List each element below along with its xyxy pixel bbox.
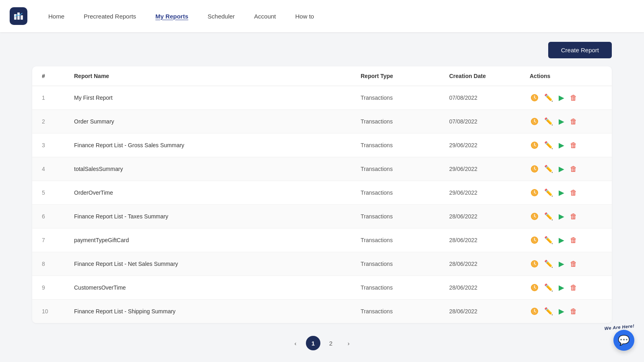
run-button[interactable]: ▶ (558, 282, 565, 293)
edit-icon: ✏️ (544, 141, 553, 150)
table-row: 9 CustomersOverTime Transactions 28/06/2… (32, 276, 612, 300)
schedule-button[interactable] (530, 259, 539, 269)
main-content: Create Report # Report Name Report Type … (0, 32, 644, 360)
nav-item-scheduler[interactable]: Scheduler (200, 9, 243, 24)
cell-type: Transactions (361, 142, 449, 148)
clock-icon (530, 165, 539, 173)
delete-button[interactable]: 🗑 (569, 93, 578, 103)
edit-button[interactable]: ✏️ (543, 140, 554, 150)
cell-actions: ✏️ ▶ 🗑 (530, 259, 602, 269)
schedule-button[interactable] (530, 140, 539, 150)
edit-icon: ✏️ (544, 236, 553, 245)
cell-actions: ✏️ ▶ 🗑 (530, 235, 602, 245)
play-icon: ▶ (559, 259, 564, 268)
cell-date: 07/08/2022 (449, 95, 530, 101)
trash-icon: 🗑 (570, 284, 577, 292)
delete-button[interactable]: 🗑 (569, 212, 578, 222)
trash-icon: 🗑 (570, 236, 577, 245)
table-row: 6 Finance Report List - Taxes Summary Tr… (32, 205, 612, 228)
trash-icon: 🗑 (570, 212, 577, 221)
schedule-button[interactable] (530, 188, 539, 197)
delete-button[interactable]: 🗑 (569, 259, 578, 269)
run-button[interactable]: ▶ (558, 164, 565, 174)
chat-label: We Are Here! (604, 323, 634, 331)
cell-date: 29/06/2022 (449, 142, 530, 148)
cell-num: 5 (42, 189, 74, 196)
edit-button[interactable]: ✏️ (543, 235, 554, 245)
nav-item-howto[interactable]: How to (287, 9, 322, 24)
schedule-button[interactable] (530, 93, 539, 103)
edit-button[interactable]: ✏️ (543, 306, 554, 317)
pagination-prev[interactable]: ‹ (288, 336, 303, 350)
run-button[interactable]: ▶ (558, 116, 565, 127)
edit-icon: ✏️ (544, 307, 553, 316)
pagination-page-2[interactable]: 2 (324, 336, 338, 350)
schedule-button[interactable] (530, 306, 539, 316)
delete-button[interactable]: 🗑 (569, 188, 578, 198)
trash-icon: 🗑 (570, 260, 577, 268)
delete-button[interactable]: 🗑 (569, 117, 578, 127)
trash-icon: 🗑 (570, 141, 577, 150)
schedule-button[interactable] (530, 212, 539, 221)
run-button[interactable]: ▶ (558, 211, 565, 222)
cell-actions: ✏️ ▶ 🗑 (530, 211, 602, 222)
table-body: 1 My First Report Transactions 07/08/202… (32, 86, 612, 323)
play-icon: ▶ (559, 165, 564, 173)
delete-button[interactable]: 🗑 (569, 140, 578, 150)
nav-item-precreated[interactable]: Precreated Reports (76, 9, 144, 24)
cell-actions: ✏️ ▶ 🗑 (530, 93, 602, 103)
create-report-button[interactable]: Create Report (548, 42, 612, 58)
nav-item-myreports[interactable]: My Reports (147, 9, 196, 24)
edit-icon: ✏️ (544, 212, 553, 221)
clock-icon (530, 236, 539, 244)
cell-actions: ✏️ ▶ 🗑 (530, 140, 602, 150)
table-row: 3 Finance Report List - Gross Sales Summ… (32, 134, 612, 157)
pagination-next[interactable]: › (341, 336, 356, 350)
edit-button[interactable]: ✏️ (543, 93, 554, 103)
schedule-button[interactable] (530, 283, 539, 292)
edit-button[interactable]: ✏️ (543, 282, 554, 293)
cell-num: 1 (42, 95, 74, 101)
edit-button[interactable]: ✏️ (543, 116, 554, 127)
cell-name: Finance Report List - Shipping Summary (74, 308, 361, 315)
cell-num: 10 (42, 308, 74, 315)
run-button[interactable]: ▶ (558, 140, 565, 150)
play-icon: ▶ (559, 188, 564, 197)
schedule-button[interactable] (530, 235, 539, 245)
toolbar: Create Report (32, 42, 612, 58)
chat-button[interactable]: 💬 (613, 330, 634, 351)
edit-button[interactable]: ✏️ (543, 164, 554, 174)
run-button[interactable]: ▶ (558, 187, 565, 198)
cell-num: 9 (42, 284, 74, 291)
cell-num: 4 (42, 166, 74, 172)
run-button[interactable]: ▶ (558, 259, 565, 269)
cell-actions: ✏️ ▶ 🗑 (530, 306, 602, 317)
col-header-num: # (42, 73, 74, 79)
delete-button[interactable]: 🗑 (569, 283, 578, 293)
cell-name: paymentTypeGiftCard (74, 237, 361, 243)
cell-type: Transactions (361, 166, 449, 172)
run-button[interactable]: ▶ (558, 306, 565, 317)
clock-icon (530, 284, 539, 292)
nav-item-home[interactable]: Home (40, 9, 72, 24)
clock-icon (530, 117, 539, 125)
cell-name: Order Summary (74, 118, 361, 125)
schedule-button[interactable] (530, 164, 539, 174)
delete-button[interactable]: 🗑 (569, 235, 578, 245)
run-button[interactable]: ▶ (558, 235, 565, 245)
delete-button[interactable]: 🗑 (569, 306, 578, 317)
schedule-button[interactable] (530, 117, 539, 126)
run-button[interactable]: ▶ (558, 93, 565, 103)
edit-button[interactable]: ✏️ (543, 187, 554, 198)
edit-button[interactable]: ✏️ (543, 259, 554, 269)
pagination-page-1[interactable]: 1 (306, 336, 320, 350)
cell-type: Transactions (361, 261, 449, 267)
table-row: 10 Finance Report List - Shipping Summar… (32, 300, 612, 323)
nav-item-account[interactable]: Account (246, 9, 284, 24)
col-header-date: Creation Date (449, 73, 530, 79)
delete-button[interactable]: 🗑 (569, 164, 578, 174)
cell-name: Finance Report List - Net Sales Summary (74, 261, 361, 267)
edit-button[interactable]: ✏️ (543, 211, 554, 222)
cell-name: OrderOverTime (74, 189, 361, 196)
app-logo[interactable] (10, 7, 27, 25)
